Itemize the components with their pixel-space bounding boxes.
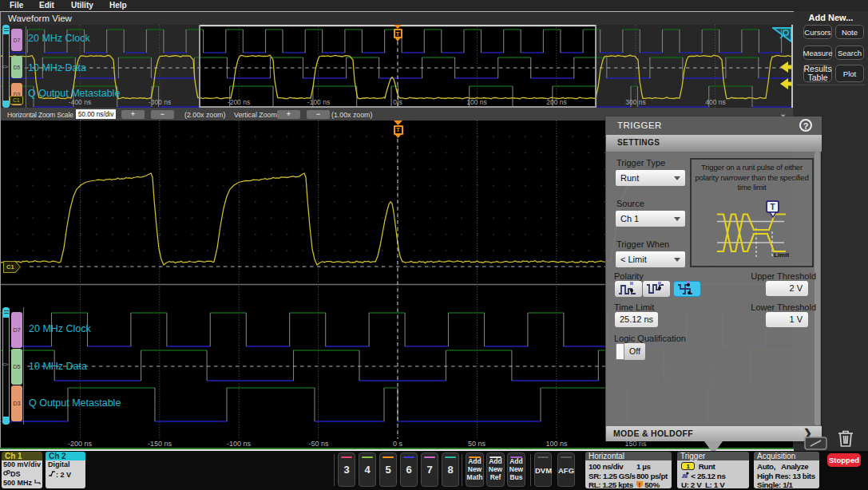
svg-text:T: T [771,203,775,211]
svg-text:!: ! [639,482,640,488]
svg-text:Limit: Limit [774,251,789,259]
